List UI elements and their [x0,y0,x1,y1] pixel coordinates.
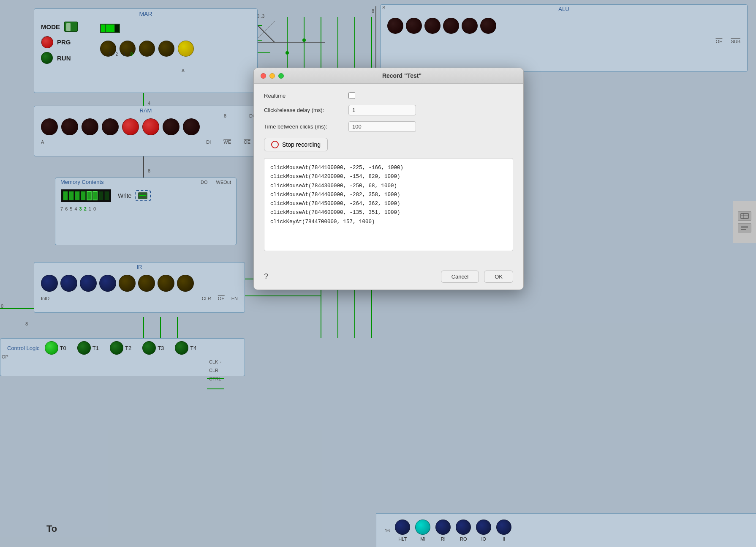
time-between-label: Time between clicks (ms): [264,123,348,130]
recording-line-5: clickMouseAt(7844500000, -264, 362, 1000… [270,200,507,208]
stop-recording-button[interactable]: Stop recording [264,138,328,151]
minimize-button[interactable] [269,73,275,79]
cancel-button[interactable]: Cancel [441,271,479,283]
recording-area: clickMouseAt(7844100000, -225, -166, 100… [264,158,513,251]
realtime-checkbox[interactable] [348,92,355,99]
time-between-row: Time between clicks (ms): [264,121,513,132]
recording-line-3: clickMouseAt(7844300000, -250, 68, 1000) [270,182,507,191]
recording-line-2: clickMouseAt(7844200000, -154, 820, 1000… [270,172,507,181]
modal-titlebar: Record "Test" [254,68,523,84]
click-delay-row: Click/release delay (ms): [264,105,513,115]
stop-icon [271,141,279,148]
modal-title: Record "Test" [287,72,517,79]
click-delay-input[interactable] [348,105,416,115]
ok-button[interactable]: OK [484,271,513,283]
modal-footer: ? Cancel OK [254,266,523,290]
recording-line-4: clickMouseAt(7844400000, -282, 358, 1000… [270,191,507,200]
recording-line-1: clickMouseAt(7844100000, -225, -166, 100… [270,164,507,172]
recording-line-7: clickKeyAt(7844700000, 157, 1000) [270,218,507,227]
modal-body: Realtime Click/release delay (ms): Time … [254,84,523,266]
recording-line-6: clickMouseAt(7844600000, -135, 351, 1000… [270,208,507,217]
record-modal: Record "Test" Realtime Click/release del… [253,68,524,290]
stop-recording-label: Stop recording [282,141,321,148]
realtime-label: Realtime [264,93,348,99]
close-button[interactable] [261,73,266,79]
maximize-button[interactable] [278,73,284,79]
click-delay-label: Click/release delay (ms): [264,107,348,113]
help-button[interactable]: ? [264,272,436,281]
realtime-row: Realtime [264,92,513,99]
time-between-input[interactable] [348,121,416,132]
